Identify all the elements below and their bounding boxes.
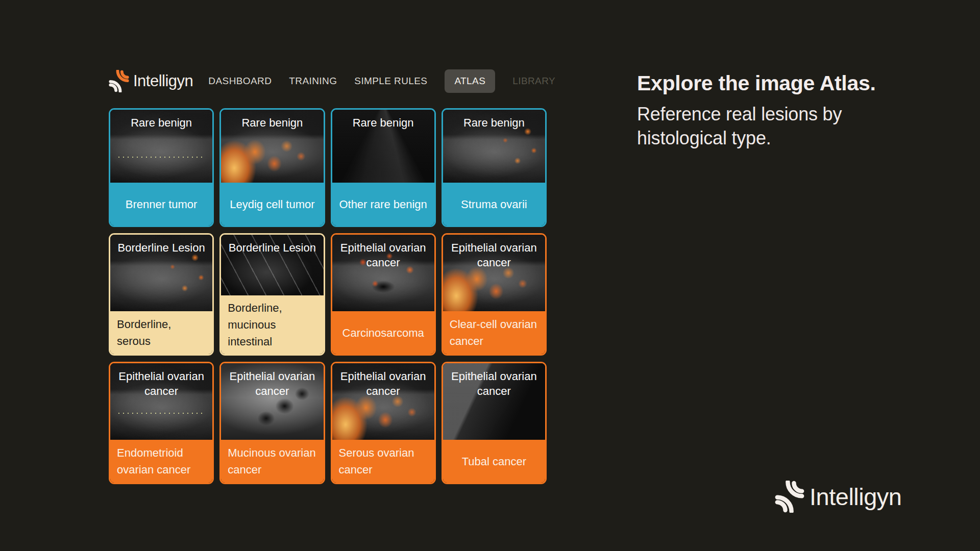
- card-category-overlay: Borderline Lesion: [221, 235, 323, 255]
- ultrasound-image: Epithelial ovarian cancer: [332, 363, 434, 440]
- ultrasound-image: Epithelial ovarian cancer: [443, 235, 545, 311]
- ultrasound-image: Borderline Lesion: [110, 235, 212, 311]
- ultrasound-image: Epithelial ovarian cancer: [332, 235, 434, 311]
- ultrasound-image: Rare benign: [332, 110, 434, 183]
- card-category-overlay: Epithelial ovarian cancer: [332, 235, 434, 270]
- atlas-card-serous-ovarian-cancer[interactable]: Epithelial ovarian cancer Serous ovarian…: [331, 362, 436, 484]
- card-label-text: Carcinosarcoma: [342, 324, 424, 341]
- main-nav: DASHBOARDTRAININGSIMPLE RULESATLASLIBRAR…: [208, 69, 555, 93]
- hero-title: Explore the image Atlas.: [637, 71, 943, 95]
- card-label-text: Struma ovarii: [461, 196, 527, 213]
- card-label: Brenner tumor: [110, 183, 212, 226]
- app-title: Intelligyn: [133, 72, 193, 90]
- card-category-overlay: Rare benign: [332, 110, 434, 130]
- card-label: Endometrioid ovarian cancer: [110, 440, 212, 483]
- card-category-overlay: Rare benign: [443, 110, 545, 130]
- card-label: Carcinosarcoma: [332, 311, 434, 354]
- hero: Explore the image Atlas. Reference real …: [637, 71, 943, 151]
- card-category-overlay: Epithelial ovarian cancer: [110, 363, 212, 398]
- ultrasound-image: Rare benign: [443, 110, 545, 183]
- card-label: Borderline, serous: [110, 311, 212, 354]
- ultrasound-image: Borderline Lesion: [221, 235, 323, 295]
- card-category-overlay: Rare benign: [110, 110, 212, 130]
- atlas-card-brenner-tumor[interactable]: Rare benign Brenner tumor: [109, 108, 214, 227]
- card-label: Serous ovarian cancer: [332, 440, 434, 483]
- card-category-overlay: Borderline Lesion: [110, 235, 212, 255]
- atlas-card-borderline-mucinous-intestinal[interactable]: Borderline Lesion Borderline, mucinous i…: [219, 233, 325, 356]
- card-label-text: Mucinous ovarian cancer: [228, 444, 316, 478]
- card-label-text: Clear-cell ovarian cancer: [450, 316, 538, 349]
- ultrasound-image: Epithelial ovarian cancer: [221, 363, 323, 440]
- intelligyn-signal-icon: [109, 70, 129, 92]
- atlas-card-endometrioid-ovarian-cancer[interactable]: Epithelial ovarian cancer Endometrioid o…: [109, 362, 214, 484]
- card-label-text: Brenner tumor: [126, 196, 198, 213]
- card-category-overlay: Epithelial ovarian cancer: [332, 363, 434, 398]
- card-label-text: Borderline, mucinous intestinal: [228, 299, 316, 350]
- nav-item-dashboard[interactable]: DASHBOARD: [208, 76, 272, 87]
- ultrasound-image: Epithelial ovarian cancer: [443, 363, 545, 440]
- nav-item-atlas[interactable]: ATLAS: [445, 69, 495, 93]
- card-label: Struma ovarii: [443, 183, 545, 226]
- card-category-overlay: Epithelial ovarian cancer: [443, 363, 545, 398]
- atlas-card-other-rare-benign[interactable]: Rare benign Other rare benign: [331, 108, 436, 227]
- card-label: Borderline, mucinous intestinal: [221, 295, 323, 354]
- card-label: Tubal cancer: [443, 440, 545, 483]
- atlas-card-mucinous-ovarian-cancer[interactable]: Epithelial ovarian cancer Mucinous ovari…: [219, 362, 325, 484]
- nav-item-library: LIBRARY: [512, 76, 555, 87]
- card-label-text: Other rare benign: [339, 196, 427, 213]
- card-label-text: Borderline, serous: [117, 316, 206, 349]
- atlas-card-leydig-cell-tumor[interactable]: Rare benign Leydig cell tumor: [219, 108, 325, 227]
- app-logo[interactable]: Intelligyn: [109, 70, 193, 92]
- card-label-text: Endometrioid ovarian cancer: [117, 444, 206, 478]
- atlas-card-struma-ovarii[interactable]: Rare benign Struma ovarii: [442, 108, 547, 227]
- card-category-overlay: Epithelial ovarian cancer: [221, 363, 323, 398]
- card-label-text: Tubal cancer: [462, 453, 526, 470]
- card-category-overlay: Epithelial ovarian cancer: [443, 235, 545, 270]
- card-category-overlay: Rare benign: [221, 110, 323, 130]
- hero-subtitle: Reference real lesions by histological t…: [637, 103, 895, 151]
- card-label-text: Serous ovarian cancer: [339, 444, 428, 478]
- footer-logo-text: Intelligyn: [810, 483, 902, 511]
- nav-item-training[interactable]: TRAINING: [289, 76, 337, 87]
- atlas-card-tubal-cancer[interactable]: Epithelial ovarian cancer Tubal cancer: [442, 362, 547, 484]
- card-label-text: Leydig cell tumor: [230, 196, 314, 213]
- atlas-card-borderline-serous[interactable]: Borderline Lesion Borderline, serous: [109, 233, 214, 356]
- card-label: Leydig cell tumor: [221, 183, 323, 226]
- ultrasound-image: Epithelial ovarian cancer: [110, 363, 212, 440]
- card-label: Mucinous ovarian cancer: [221, 440, 323, 483]
- intelligyn-signal-icon: [775, 481, 804, 513]
- atlas-card-clear-cell-ovarian-cancer[interactable]: Epithelial ovarian cancer Clear-cell ova…: [442, 233, 547, 356]
- nav-item-simple-rules[interactable]: SIMPLE RULES: [354, 76, 427, 87]
- ultrasound-image: Rare benign: [110, 110, 212, 183]
- footer-logo: Intelligyn: [775, 481, 902, 513]
- card-label: Other rare benign: [332, 183, 434, 226]
- atlas-card-carcinosarcoma[interactable]: Epithelial ovarian cancer Carcinosarcoma: [331, 233, 436, 356]
- header: Intelligyn DASHBOARDTRAININGSIMPLE RULES…: [109, 66, 555, 96]
- atlas-grid: Rare benign Brenner tumor Rare benign Le…: [109, 108, 547, 484]
- ultrasound-image: Rare benign: [221, 110, 323, 183]
- card-label: Clear-cell ovarian cancer: [443, 311, 545, 354]
